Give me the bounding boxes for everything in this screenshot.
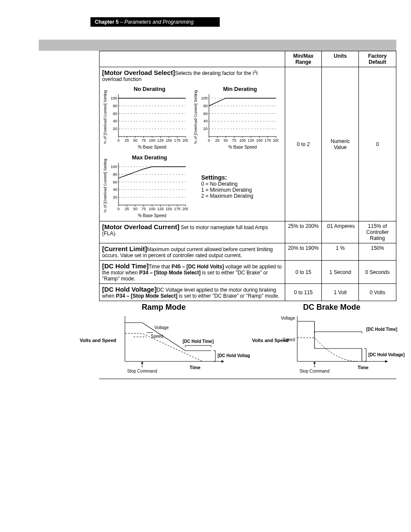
grey-separator-bar (39, 40, 396, 51)
svg-text:Time: Time (358, 365, 368, 370)
dc-hold-time-pre: Time that (149, 264, 171, 270)
cell-overload-current-default: 115% of Controller Rating (359, 221, 396, 243)
cell-overload-current-units: .01 Amperes (322, 221, 359, 243)
svg-text:150: 150 (256, 138, 262, 143)
svg-text:150: 150 (165, 207, 172, 211)
header-units: Units (322, 51, 359, 67)
svg-text:% of [Overload Current] Settin: % of [Overload Current] Setting (193, 90, 198, 144)
row-dc-hold-time: [DC Hold Time]Time that P45 – [DC Hold V… (100, 261, 396, 284)
chapter-bar: Chapter 5 – Parameters and Programming (90, 17, 220, 27)
brake-mode-diagram: Voltage[DC Hold Time][DC Hold Voltage]Sp… (250, 312, 411, 376)
param-name-overload-current: [Motor Overload Current] (102, 223, 179, 230)
svg-text:[DC Hold Time]: [DC Hold Time] (366, 327, 397, 332)
svg-text:0: 0 (117, 207, 119, 211)
svg-text:Max Derating: Max Derating (132, 154, 167, 161)
svg-text:175: 175 (174, 207, 181, 211)
svg-text:60: 60 (113, 180, 117, 184)
settings-block: Settings: 0 = No Derating 1 = Minimum De… (201, 174, 253, 199)
svg-text:0: 0 (117, 138, 119, 143)
chart-svg-min-derating: Min Derating2040608010002550751001251501… (193, 85, 279, 149)
cell-overload-current-range: 25% to 200% (285, 221, 322, 243)
cell-dc-hold-voltage-default: 0 Volts (359, 284, 396, 301)
svg-text:Speed: Speed (151, 334, 163, 339)
svg-text:100: 100 (149, 138, 155, 143)
svg-text:[DC Hold Time]: [DC Hold Time] (183, 339, 214, 344)
cell-current-limit-range: 20% to 190% (285, 243, 322, 261)
svg-text:150: 150 (165, 138, 172, 143)
row-overload-current: [Motor Overload Current] Set to motor na… (100, 221, 396, 243)
cell-overload-current-desc: [Motor Overload Current] Set to motor na… (100, 221, 285, 243)
svg-text:20: 20 (203, 127, 208, 131)
table-header-row: Min/Max Range Units Factory Default (100, 51, 396, 67)
param-name-overload-select: [Motor Overload Select] (102, 69, 175, 76)
svg-text:Time: Time (190, 365, 200, 370)
svg-text:Volts and Speed: Volts and Speed (80, 338, 116, 343)
svg-text:% Base Speed: % Base Speed (138, 145, 166, 149)
svg-text:200: 200 (182, 207, 188, 211)
svg-text:20: 20 (113, 195, 117, 199)
overload-select-tail: t (256, 70, 258, 76)
svg-text:No Derating: No Derating (134, 86, 165, 92)
svg-text:175: 175 (174, 138, 181, 143)
svg-marker-101 (221, 360, 224, 363)
row-current-limit: [Current Limit]Maximum output current al… (100, 243, 396, 261)
svg-text:125: 125 (157, 207, 164, 211)
svg-text:175: 175 (265, 138, 271, 143)
svg-text:100: 100 (239, 138, 246, 143)
svg-text:Stop Command: Stop Command (299, 369, 329, 373)
cell-current-limit-default: 150% (359, 243, 396, 261)
svg-text:40: 40 (203, 119, 208, 123)
charts-row-1: No Derating20406080100025507510012515017… (102, 85, 282, 151)
cell-dc-hold-voltage-range: 0 to 115 (285, 284, 322, 301)
svg-text:[DC Hold Voltage]: [DC Hold Voltage] (368, 352, 405, 357)
header-desc (100, 51, 285, 67)
cell-overload-select-default: 0 (359, 67, 396, 221)
svg-text:% Base Speed: % Base Speed (138, 213, 166, 218)
chart-no-derating: No Derating20406080100025507510012515017… (102, 85, 188, 151)
overload-select-desc1: Selects the derating factor for the I (175, 70, 254, 76)
charts-row-2: Max Derating2040608010002550751001251501… (102, 153, 282, 219)
chapter-title: – Parameters and Programming (118, 19, 193, 25)
svg-text:100: 100 (201, 96, 208, 100)
svg-marker-124 (313, 361, 316, 364)
svg-text:Voltage: Voltage (154, 325, 169, 330)
cell-overload-select-range: 0 to 2 (285, 67, 322, 221)
chart-svg-no-derating: No Derating20406080100025507510012515017… (102, 85, 188, 149)
param-name-dc-hold-time: [DC Hold Time] (102, 262, 149, 270)
svg-text:50: 50 (224, 138, 228, 143)
svg-text:Stop Command: Stop Command (127, 369, 157, 373)
bottom-rule (99, 379, 396, 379)
brake-mode-block: DC Brake Mode Voltage[DC Hold Time][DC H… (250, 303, 411, 378)
dc-hold-time-p45: P45 – [DC Hold Volts] (171, 264, 224, 270)
row-dc-hold-voltage: [DC Hold Voltage]DC Voltage level applie… (100, 284, 396, 301)
dc-hold-voltage-p34: P34 – [Stop Mode Select] (116, 293, 177, 299)
svg-text:80: 80 (203, 104, 208, 108)
svg-text:% Base Speed: % Base Speed (228, 145, 257, 149)
brake-mode-title: DC Brake Mode (250, 303, 411, 312)
param-name-dc-hold-voltage: [DC Hold Voltage] (102, 286, 156, 293)
cell-dc-hold-time-desc: [DC Hold Time]Time that P45 – [DC Hold V… (100, 261, 285, 284)
svg-text:75: 75 (141, 138, 146, 143)
svg-text:0: 0 (208, 138, 210, 143)
param-name-current-limit: [Current Limit] (102, 245, 147, 252)
svg-marker-115 (385, 360, 388, 363)
svg-text:200: 200 (182, 138, 188, 143)
svg-text:50: 50 (133, 207, 137, 211)
svg-text:100: 100 (111, 165, 117, 169)
cell-dc-hold-time-units: 1 Second (322, 261, 359, 284)
svg-text:40: 40 (113, 187, 117, 192)
settings-opt2: 2 = Maximum Derating (201, 193, 253, 199)
dc-hold-time-p34: P34 – [Stop Mode Select] (139, 270, 201, 276)
ramp-mode-block: Ramp Mode [DC Hold Time][DC Hold Voltage… (78, 303, 250, 378)
svg-text:Min Derating: Min Derating (223, 86, 257, 92)
chart-min-derating: Min Derating2040608010002550751001251501… (193, 85, 279, 151)
svg-text:125: 125 (248, 138, 254, 143)
settings-opt0: 0 = No Derating (201, 181, 237, 187)
cell-dc-hold-voltage-units: 1 Volt (322, 284, 359, 301)
cell-dc-hold-time-range: 0 to 15 (285, 261, 322, 284)
svg-text:75: 75 (232, 138, 236, 143)
svg-text:60: 60 (113, 112, 117, 116)
svg-text:25: 25 (215, 138, 219, 143)
cell-current-limit-units: 1 % (322, 243, 359, 261)
svg-text:75: 75 (141, 207, 146, 211)
